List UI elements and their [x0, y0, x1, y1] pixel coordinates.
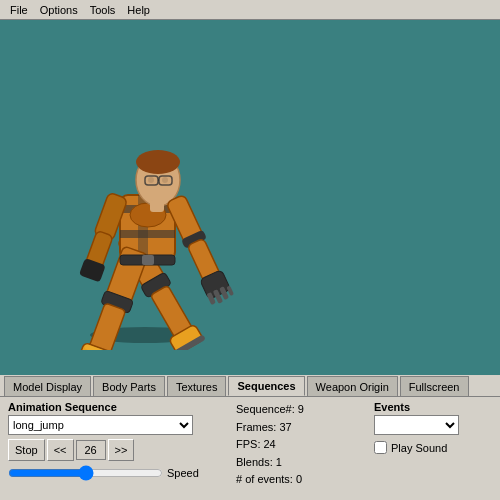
prev-button[interactable]: <<	[47, 439, 74, 461]
svg-rect-18	[150, 200, 164, 212]
stop-button[interactable]: Stop	[8, 439, 45, 461]
frame-input[interactable]	[76, 440, 106, 460]
menu-options[interactable]: Options	[34, 2, 84, 18]
sequence-section: Animation Sequence long_jump Stop << >> …	[8, 401, 228, 489]
playback-controls: Stop << >>	[8, 439, 228, 461]
tab-fullscreen[interactable]: Fullscreen	[400, 376, 469, 396]
svg-point-17	[162, 177, 168, 183]
speed-control: Speed	[8, 465, 228, 481]
sequence-dropdown[interactable]: long_jump	[8, 415, 193, 435]
svg-point-16	[148, 177, 154, 183]
events-label: Events	[374, 401, 492, 413]
blends-info: Blends: 1	[236, 454, 366, 472]
animation-sequence-label: Animation Sequence	[8, 401, 228, 413]
svg-point-12	[136, 150, 180, 174]
play-sound-row: Play Sound	[374, 441, 492, 454]
play-sound-label: Play Sound	[391, 442, 447, 454]
tab-sequences[interactable]: Sequences	[228, 376, 304, 396]
tab-model-display[interactable]: Model Display	[4, 376, 91, 396]
menu-help[interactable]: Help	[121, 2, 156, 18]
fps-info: FPS: 24	[236, 436, 366, 454]
speed-slider[interactable]	[8, 465, 163, 481]
viewport	[0, 20, 500, 375]
menu-file[interactable]: File	[4, 2, 34, 18]
menu-tools[interactable]: Tools	[84, 2, 122, 18]
tabbar: Model Display Body Parts Textures Sequen…	[0, 375, 500, 397]
events-section: Events Play Sound	[374, 401, 492, 489]
control-panel: Animation Sequence long_jump Stop << >> …	[0, 397, 500, 500]
svg-rect-37	[142, 255, 154, 265]
svg-rect-32	[87, 303, 125, 350]
events-count: # of events: 0	[236, 471, 366, 489]
play-sound-checkbox[interactable]	[374, 441, 387, 454]
events-dropdown[interactable]	[374, 415, 459, 435]
next-button[interactable]: >>	[108, 439, 135, 461]
frames-info: Frames: 37	[236, 419, 366, 437]
tab-weapon-origin[interactable]: Weapon Origin	[307, 376, 398, 396]
speed-label: Speed	[167, 467, 199, 479]
menubar: File Options Tools Help	[0, 0, 500, 20]
tab-body-parts[interactable]: Body Parts	[93, 376, 165, 396]
sequence-num: Sequence#: 9	[236, 401, 366, 419]
sequence-info: Sequence#: 9 Frames: 37 FPS: 24 Blends: …	[236, 401, 366, 489]
tab-textures[interactable]: Textures	[167, 376, 227, 396]
character-display	[30, 40, 280, 360]
